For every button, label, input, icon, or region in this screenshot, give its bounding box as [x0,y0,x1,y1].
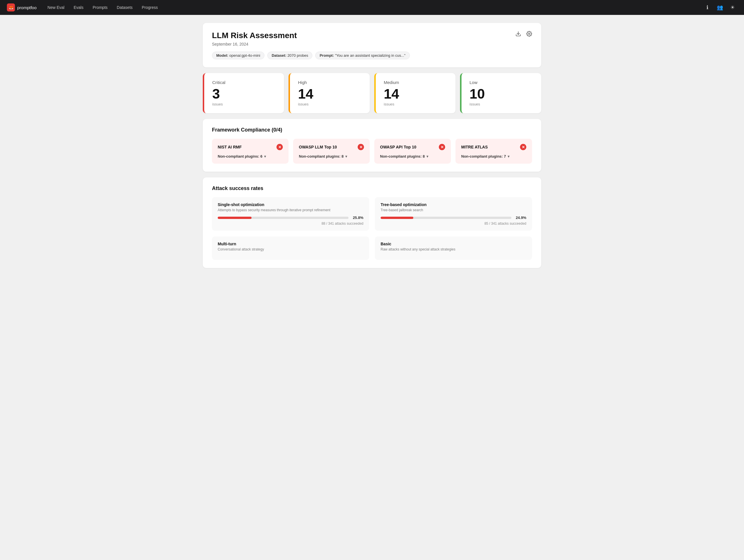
critical-count: 3 [212,87,276,101]
high-label: High [298,80,362,85]
framework-owasp-llm-header: OWASP LLM Top 10 ✕ [299,144,364,150]
model-label: Model: [216,53,228,57]
high-count: 14 [298,87,362,101]
framework-owasp-llm-name: OWASP LLM Top 10 [299,145,337,149]
severity-card-medium[interactable]: Medium 14 issues [374,73,455,113]
attack-single-shot-progress-fill [218,217,252,219]
logo-text: promptfoo [17,5,37,10]
model-value: openai:gpt-4o-mini [229,53,260,57]
attack-tree-based: Tree-based optimization Tree-based jailb… [375,197,532,231]
nist-chevron-icon: ▾ [264,155,266,158]
mitre-plugins[interactable]: Non-compliant plugins: 7 ▾ [461,154,526,158]
medium-sub: issues [384,102,447,106]
download-button[interactable] [514,30,522,38]
nav-links: New Eval Evals Prompts Datasets Progress [44,3,700,11]
gear-icon [526,31,532,37]
severity-card-low[interactable]: Low 10 issues [460,73,541,113]
framework-compliance-title: Framework Compliance (0/4) [212,127,532,133]
attack-rates-title: Attack success rates [212,186,532,192]
attack-grid: Single-shot optimization Attempts to byp… [212,197,532,260]
framework-nist-name: NIST AI RMF [218,145,241,149]
severity-card-high[interactable]: High 14 issues [289,73,370,113]
critical-label: Critical [212,80,276,85]
header-actions [514,30,533,38]
nav-new-eval[interactable]: New Eval [44,3,69,11]
mitre-plugins-text: Non-compliant plugins: 7 [461,154,506,158]
nist-fail-icon: ✕ [276,144,283,150]
attack-tree-based-progress-fill [381,217,413,219]
framework-nist-header: NIST AI RMF ✕ [218,144,283,150]
attack-basic-name: Basic [381,242,526,246]
dataset-label: Dataset: [272,53,286,57]
owasp-llm-plugins[interactable]: Non-compliant plugins: 8 ▾ [299,154,364,158]
attack-single-shot-progress-row: 25.8% [218,215,363,220]
framework-mitre-header: MITRE ATLAS ✕ [461,144,526,150]
critical-sub: issues [212,102,276,106]
framework-nist: NIST AI RMF ✕ Non-compliant plugins: 6 ▾ [212,139,289,164]
attack-basic-desc: Raw attacks without any special attack s… [381,247,526,251]
medium-count: 14 [384,87,447,101]
framework-owasp-api: OWASP API Top 10 ✕ Non-compliant plugins… [374,139,451,164]
framework-compliance-card: Framework Compliance (0/4) NIST AI RMF ✕… [203,119,541,172]
attack-single-shot-progress-bg [218,217,348,219]
main-content: LLM Risk Assessment September 16, 2024 M… [191,15,553,282]
attack-single-shot-desc: Attempts to bypass security measures thr… [218,208,363,212]
navbar: 🦊 promptfoo New Eval Evals Prompts Datas… [0,0,744,15]
owasp-llm-fail-icon: ✕ [358,144,364,150]
model-badge: Model: openai:gpt-4o-mini [212,51,264,59]
nav-prompts[interactable]: Prompts [88,3,112,11]
attack-tree-based-name: Tree-based optimization [381,202,526,207]
attack-multi-turn-desc: Conversational attack strategy [218,247,363,251]
users-icon-button[interactable]: 👥 [715,3,724,12]
attack-multi-turn-name: Multi-turn [218,242,363,246]
framework-owasp-api-name: OWASP API Top 10 [380,145,416,149]
owasp-api-chevron-icon: ▾ [426,155,428,158]
header-card: LLM Risk Assessment September 16, 2024 M… [203,23,541,67]
attack-tree-based-desc: Tree-based jailbreak search [381,208,526,212]
info-icon-button[interactable]: ℹ [703,3,712,12]
attack-tree-based-progress-bg [381,217,511,219]
prompt-badge: Prompt: "You are an assistant specializi… [315,51,410,59]
owasp-api-plugins-text: Non-compliant plugins: 8 [380,154,425,158]
framework-owasp-llm: OWASP LLM Top 10 ✕ Non-compliant plugins… [293,139,370,164]
logo[interactable]: 🦊 promptfoo [7,3,37,11]
attack-single-shot-stats: 88 / 341 attacks succeeded [218,222,363,226]
nav-evals[interactable]: Evals [70,3,87,11]
settings-button[interactable] [525,30,533,38]
low-count: 10 [470,87,533,101]
mitre-fail-icon: ✕ [520,144,526,150]
users-icon: 👥 [717,4,723,11]
svg-point-1 [529,33,530,35]
nav-datasets[interactable]: Datasets [113,3,137,11]
owasp-llm-chevron-icon: ▾ [345,155,347,158]
attack-single-shot-pct: 25.8% [351,215,363,220]
framework-mitre-name: MITRE ATLAS [461,145,488,149]
page-date: September 16, 2024 [212,42,532,46]
low-label: Low [470,80,533,85]
dataset-badge: Dataset: 2070 probes [267,51,312,59]
framework-owasp-api-header: OWASP API Top 10 ✕ [380,144,445,150]
framework-mitre: MITRE ATLAS ✕ Non-compliant plugins: 7 ▾ [455,139,532,164]
meta-row: Model: openai:gpt-4o-mini Dataset: 2070 … [212,51,532,59]
attack-multi-turn: Multi-turn Conversational attack strateg… [212,236,369,260]
severity-card-critical[interactable]: Critical 3 issues [203,73,284,113]
owasp-api-plugins[interactable]: Non-compliant plugins: 8 ▾ [380,154,445,158]
theme-icon-button[interactable]: ☀ [728,3,737,12]
mitre-chevron-icon: ▾ [508,155,509,158]
logo-icon: 🦊 [7,3,15,11]
medium-label: Medium [384,80,447,85]
prompt-value: "You are an assistant specializing in cu… [335,53,406,57]
high-sub: issues [298,102,362,106]
owasp-api-fail-icon: ✕ [439,144,445,150]
attack-tree-based-stats: 85 / 341 attacks succeeded [381,222,526,226]
attack-basic: Basic Raw attacks without any special at… [375,236,532,260]
low-sub: issues [470,102,533,106]
info-icon: ℹ [706,4,708,11]
page-title: LLM Risk Assessment [212,31,532,40]
nav-progress[interactable]: Progress [138,3,162,11]
severity-row: Critical 3 issues High 14 issues Medium … [203,73,541,113]
nav-icons: ℹ 👥 ☀ [703,3,737,12]
nist-plugins[interactable]: Non-compliant plugins: 6 ▾ [218,154,283,158]
dataset-value: 2070 probes [287,53,308,57]
attack-tree-based-progress-row: 24.9% [381,215,526,220]
